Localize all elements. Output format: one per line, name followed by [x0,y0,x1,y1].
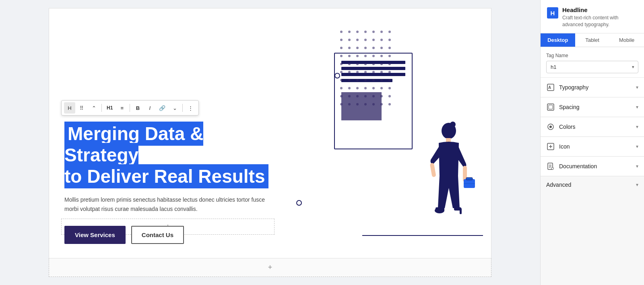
svg-point-77 [356,103,359,105]
svg-point-73 [380,95,383,97]
view-services-button[interactable]: View Services [64,226,126,244]
svg-point-43 [364,63,367,65]
toolbar-drag-btn[interactable]: ⠿ [76,102,87,114]
svg-point-69 [348,95,351,97]
person-svg [411,120,479,232]
panel-title-group: Headline Craft text-rich content with ad… [562,6,638,28]
toolbar-more-btn[interactable]: ⌄ [169,102,180,114]
svg-point-64 [364,87,367,89]
advanced-chevron-icon: ▾ [636,182,638,188]
documentation-icon [546,162,555,171]
add-row-button[interactable]: + [49,258,491,277]
svg-point-59 [380,79,383,81]
svg-point-24 [380,39,383,41]
svg-point-67 [388,87,391,89]
accordion-typography-header[interactable]: A Typography ▾ [541,78,644,97]
spacing-label: Spacing [559,104,580,110]
svg-point-41 [348,63,351,65]
svg-point-29 [364,47,367,49]
tab-mobile[interactable]: Mobile [609,33,644,47]
svg-point-20 [348,39,351,41]
colors-icon [546,122,555,131]
panel-title: Headline [562,6,638,13]
svg-point-25 [388,39,391,41]
accordion-documentation: Documentation ▾ [541,157,644,176]
toolbar-h1-btn[interactable]: H1 [104,102,116,114]
toolbar-bold-btn[interactable]: B [132,102,143,114]
panel-header: H Headline Craft text-rich content with … [541,0,644,33]
svg-point-62 [348,87,351,89]
svg-point-1 [450,122,456,127]
tab-tablet[interactable]: Tablet [575,33,610,47]
svg-point-51 [372,71,375,73]
svg-point-26 [340,47,343,49]
colors-chevron-icon: ▾ [636,124,638,130]
svg-point-44 [372,63,375,65]
accordion-documentation-header[interactable]: Documentation ▾ [541,157,644,176]
tab-desktop[interactable]: Desktop [541,33,575,47]
accordion-colors: Colors ▾ [541,117,644,137]
advanced-row[interactable]: Advanced ▾ [541,176,644,193]
svg-rect-10 [466,178,473,180]
documentation-label: Documentation [559,163,597,169]
accordion-icon: Icon ▾ [541,137,644,157]
svg-text:A: A [548,85,551,90]
svg-point-75 [340,103,343,105]
hero-subtext: Mollis pretium lorem primis senectus hab… [64,195,270,214]
svg-point-32 [388,47,391,49]
hero-block: H ⠿ ⌃ H1 ≡ B I 🔗 ⌄ ⋮ Merging Data & Stra… [49,8,491,258]
device-tabs: Desktop Tablet Mobile [541,33,644,47]
svg-rect-6 [436,207,444,211]
accordion-spacing-left: Spacing [546,103,580,112]
typography-icon: A [546,83,555,92]
hero-headline-line1: Merging Data & Strategy [64,123,203,165]
svg-point-81 [388,103,391,105]
accordion-documentation-left: Documentation [546,162,597,171]
tag-name-select[interactable]: h1 h2 h3 h4 p [546,61,638,73]
icon-section-icon [546,142,555,151]
panel-title-row: H Headline Craft text-rich content with … [547,6,638,28]
svg-point-74 [388,95,391,97]
tag-name-label: Tag Name [546,53,638,58]
svg-point-23 [372,39,375,41]
svg-point-31 [380,47,383,49]
toolbar-link-btn[interactable]: 🔗 [156,102,168,114]
accordion-typography-left: A Typography [546,83,588,92]
svg-point-21 [356,39,359,41]
hero-headline-line2: to Deliver Real Results [64,166,265,187]
svg-point-42 [356,63,359,65]
toolbar-sep-3 [182,104,183,112]
right-panel: H Headline Craft text-rich content with … [540,0,644,285]
svg-point-70 [356,95,359,97]
svg-point-37 [372,55,375,57]
toolbar-align-btn[interactable]: ≡ [116,102,128,114]
svg-point-54 [340,79,343,81]
accordion-colors-left: Colors [546,122,575,131]
ground-line [362,235,483,236]
block-toolbar: H ⠿ ⌃ H1 ≡ B I 🔗 ⌄ ⋮ [61,100,199,116]
svg-point-38 [380,55,383,57]
toolbar-h-btn[interactable]: H [64,102,75,114]
hero-headline-wrap: Merging Data & Strategy to Deliver Real … [64,123,275,187]
svg-point-55 [348,79,351,81]
advanced-label: Advanced [546,182,571,188]
person-figure [411,120,479,234]
svg-point-17 [380,31,383,33]
toolbar-sep-1 [101,104,102,112]
toolbar-italic-btn[interactable]: I [144,102,155,114]
contact-us-button[interactable]: Contact Us [131,226,184,244]
accordion-colors-header[interactable]: Colors ▾ [541,117,644,136]
svg-point-46 [388,63,391,65]
toolbar-dots-btn[interactable]: ⋮ [185,102,196,114]
accordion-icon-header[interactable]: Icon ▾ [541,137,644,156]
accordion-typography: A Typography ▾ [541,78,644,97]
svg-point-18 [388,31,391,33]
svg-point-58 [372,79,375,81]
svg-rect-4 [430,163,436,177]
svg-point-80 [380,103,383,105]
svg-point-16 [372,31,375,33]
toolbar-up-btn[interactable]: ⌃ [88,102,99,114]
svg-point-12 [340,31,343,33]
svg-point-48 [348,71,351,73]
accordion-spacing-header[interactable]: Spacing ▾ [541,97,644,117]
